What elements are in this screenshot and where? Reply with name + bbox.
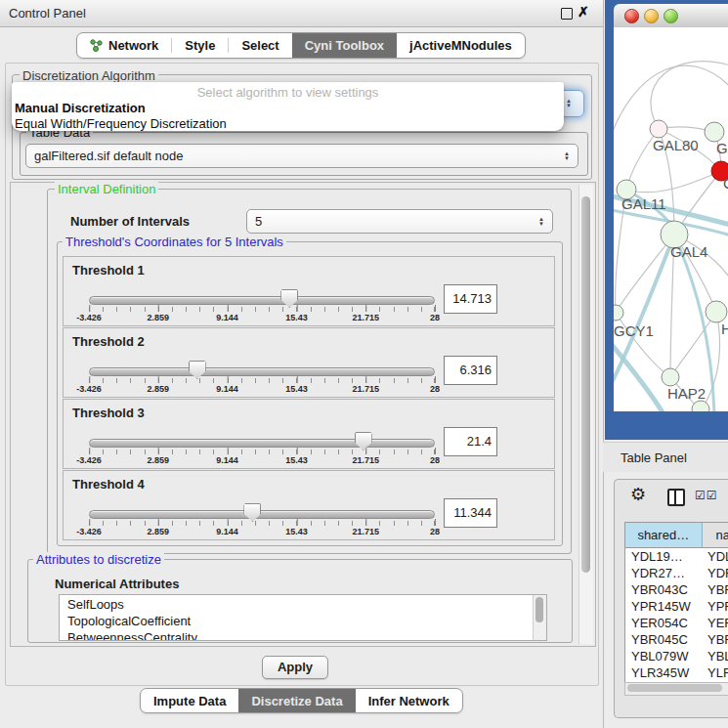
slider-track[interactable]	[89, 439, 435, 448]
cell: YLR345W	[625, 665, 704, 680]
dropdown-item-manual-discretization[interactable]: Manual Discretization	[15, 101, 146, 115]
network-node[interactable]	[692, 401, 709, 411]
node-label: GA	[716, 140, 728, 156]
float-window-icon[interactable]	[561, 8, 573, 20]
network-node[interactable]	[706, 301, 727, 322]
slider-track[interactable]	[89, 510, 435, 519]
column-header-shared-name[interactable]: shared…	[625, 523, 703, 547]
tick-label: 28	[430, 313, 440, 322]
network-node[interactable]	[662, 368, 679, 386]
network-node[interactable]	[614, 305, 623, 321]
threshold-3-slider[interactable]: -3.426 2.859 9.144 15.43 21.715 28	[89, 400, 435, 468]
cell: YBL0	[704, 649, 728, 664]
numerical-attributes-list[interactable]: SelfLoops TopologicalCoefficient Between…	[59, 594, 547, 641]
tab-network[interactable]: Network	[77, 33, 171, 58]
close-icon[interactable]: ✗	[578, 4, 589, 20]
vertical-scrollbar-thumb[interactable]	[581, 196, 590, 573]
network-icon	[90, 39, 103, 52]
tab-cyni-toolbox-label: Cyni Toolbox	[305, 38, 384, 53]
algorithm-dropdown-placeholder: Select algorithm to view settings	[12, 85, 564, 100]
slider-ticks	[89, 521, 435, 526]
vertical-scrollbar[interactable]	[578, 185, 593, 644]
tick-label: 15.43	[285, 527, 308, 536]
tick-label: 21.715	[352, 455, 379, 465]
tick-label: 9.144	[216, 384, 238, 394]
apply-button[interactable]: Apply	[262, 656, 328, 679]
cell: YBR0	[704, 632, 728, 647]
traffic-light-zoom-icon[interactable]	[664, 9, 678, 23]
table-row[interactable]: YBR045C YBR0	[625, 631, 728, 648]
stepper-icon: ▼	[566, 104, 572, 108]
checkboxes-icon[interactable]: ☑☑	[695, 489, 718, 502]
network-window-titlebar[interactable]	[614, 4, 728, 28]
table-row[interactable]: YBL079W YBL0	[625, 648, 728, 664]
threshold-3-value-field[interactable]: 21.4	[444, 427, 497, 456]
list-item[interactable]: TopologicalCoefficient	[67, 614, 191, 628]
table-row[interactable]: YDR27… YDR2	[625, 565, 728, 581]
number-of-intervals-value: 5	[255, 214, 262, 229]
threshold-4-box: Threshold 4 -3.426 2.859 9.144 15.43 21.…	[63, 470, 555, 540]
threshold-1-box: Threshold 1 -3.426 2.859 9.144 15.43 21.…	[63, 256, 555, 326]
slider-handle[interactable]	[189, 361, 206, 379]
tab-jactivemnodules[interactable]: jActiveMNodules	[397, 33, 525, 58]
tick-label: 9.144	[216, 313, 238, 322]
tab-discretize-data[interactable]: Discretize Data	[238, 689, 355, 712]
threshold-4-value-field[interactable]: 11.344	[444, 498, 497, 528]
dropdown-item-equal-width-frequency[interactable]: Equal Width/Frequency Discretization	[15, 116, 227, 131]
network-node[interactable]	[650, 120, 667, 138]
threshold-1-value-field[interactable]: 14.713	[444, 284, 497, 314]
list-item[interactable]: SelfLoops	[67, 597, 124, 612]
horizontal-scrollbar[interactable]	[624, 682, 728, 696]
tick-label: 2.859	[148, 384, 170, 394]
traffic-light-minimize-icon[interactable]	[644, 9, 659, 23]
gear-icon[interactable]: ⚙	[630, 484, 646, 505]
slider-handle[interactable]	[355, 432, 372, 450]
threshold-4-slider[interactable]: -3.426 2.859 9.144 15.43 21.715 28	[89, 471, 435, 539]
table-data-combobox[interactable]: galFiltered.sif default node ▲▼	[25, 144, 578, 168]
list-item[interactable]: BetweennessCentrality	[67, 630, 197, 641]
tab-discretize-data-label: Discretize Data	[251, 694, 342, 708]
table-panel-window: ⚙ ☑☑ shared… na YDL19… YDL1 YDR27… YDR2 …	[614, 479, 728, 718]
tab-select[interactable]: Select	[229, 33, 291, 58]
slider-handle[interactable]	[243, 503, 261, 522]
list-scrollbar[interactable]	[533, 595, 546, 640]
traffic-light-close-icon[interactable]	[624, 9, 639, 23]
network-view-window: GAL80 GA C GAL11 GAL4 GCY1 H HAP2	[605, 0, 728, 440]
table-row[interactable]: YDL19… YDL1	[625, 548, 728, 565]
columns-icon[interactable]	[667, 489, 685, 506]
tick-label: 28	[430, 455, 440, 465]
tab-network-label: Network	[108, 38, 158, 53]
tab-jactivemnodules-label: jActiveMNodules	[409, 38, 512, 53]
cell: YBR043C	[625, 582, 704, 597]
tab-cyni-toolbox[interactable]: Cyni Toolbox	[292, 33, 397, 58]
tick-label: 9.144	[216, 527, 238, 536]
table-row[interactable]: YLR345W YLR3	[625, 664, 728, 681]
table-row[interactable]: YER054C YER0	[625, 615, 728, 631]
node-table: shared… na YDL19… YDL1 YDR27… YDR2 YBR04…	[624, 522, 728, 696]
network-node[interactable]	[705, 122, 724, 142]
tab-infer-network[interactable]: Infer Network	[356, 689, 462, 712]
table-row[interactable]: YBR043C YBR0	[625, 581, 728, 598]
number-of-intervals-combobox[interactable]: 5 ▲▼	[246, 209, 553, 234]
tab-impute-data[interactable]: Impute Data	[141, 689, 238, 712]
tab-impute-data-label: Impute Data	[153, 694, 226, 708]
node-label: GAL4	[670, 243, 707, 260]
cell: YDL19…	[625, 549, 704, 564]
attributes-group-title: Attributes to discretize	[33, 552, 164, 567]
threshold-1-slider[interactable]: -3.426 2.859 9.144 15.43 21.715 28	[89, 257, 435, 325]
column-header-name[interactable]: na	[703, 523, 728, 547]
tab-style[interactable]: Style	[172, 33, 228, 58]
interval-definition-title: Interval Definition	[55, 182, 158, 196]
slider-ticks	[89, 307, 435, 312]
control-panel-title: Control Panel	[9, 6, 86, 21]
network-canvas[interactable]: GAL80 GA C GAL11 GAL4 GCY1 H HAP2	[614, 27, 728, 411]
list-scrollbar-thumb[interactable]	[535, 597, 543, 622]
threshold-2-value-field[interactable]: 6.316	[444, 356, 497, 385]
cell: YLR3	[704, 665, 728, 680]
threshold-2-slider[interactable]: -3.426 2.859 9.144 15.43 21.715 28	[89, 328, 435, 397]
slider-track[interactable]	[89, 367, 435, 376]
table-row[interactable]: YPR145W YPR1	[625, 598, 728, 615]
node-label: GAL11	[621, 195, 666, 212]
slider-track[interactable]	[89, 296, 435, 305]
horizontal-scrollbar-thumb[interactable]	[627, 684, 722, 692]
